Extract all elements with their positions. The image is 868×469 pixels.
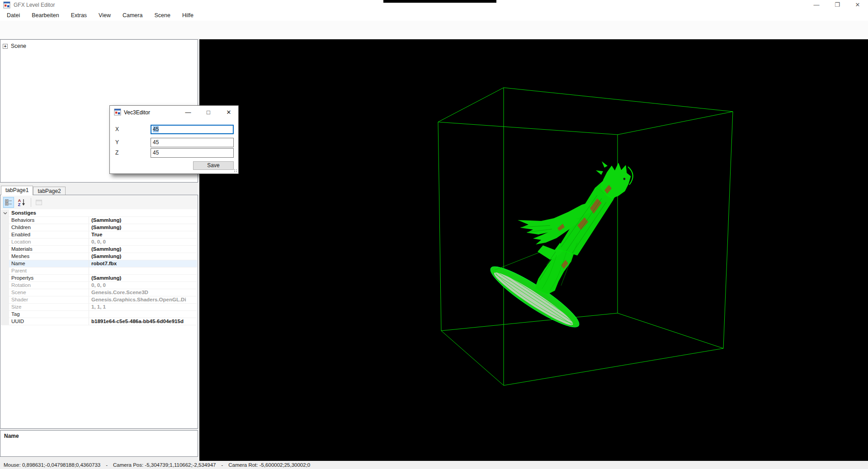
menu-item-datei[interactable]: Datei: [1, 10, 26, 21]
property-row-shader[interactable]: ShaderGenesis.Graphics.Shaders.OpenGL.Di: [1, 296, 197, 304]
field-input-x[interactable]: 45: [151, 125, 234, 134]
minimize-button[interactable]: —: [807, 0, 826, 10]
property-help-title: Name: [4, 433, 198, 439]
field-input-y[interactable]: 45: [151, 138, 234, 147]
row-gutter: [1, 253, 9, 260]
property-row-location[interactable]: Location0, 0, 0: [1, 239, 197, 246]
property-value[interactable]: [89, 267, 197, 274]
tree-expander-icon[interactable]: +: [3, 44, 8, 49]
property-row-parent[interactable]: Parent: [1, 267, 197, 275]
menu-item-bearbeiten[interactable]: Bearbeiten: [26, 10, 65, 21]
property-value[interactable]: True: [89, 231, 197, 238]
menu-item-view[interactable]: View: [93, 10, 117, 21]
robot-model: [485, 161, 633, 335]
tab-tabpage1[interactable]: tabPage1: [1, 186, 33, 195]
tree-node-label: Scene: [11, 43, 26, 49]
alphabetical-sort-icon: A Z: [18, 199, 26, 206]
tree-node-scene[interactable]: + Scene: [3, 43, 198, 49]
property-value[interactable]: (Sammlung): [89, 253, 197, 260]
property-name: Shader: [9, 296, 89, 303]
resize-grip[interactable]: [234, 169, 237, 173]
tab-tabpage2[interactable]: tabPage2: [33, 187, 65, 195]
property-row-children[interactable]: Children(Sammlung): [1, 224, 197, 231]
property-row-uuid[interactable]: UUIDb1891e64-c5e5-486a-bb45-6d04e915d: [1, 318, 197, 325]
property-value[interactable]: robot7.fbx: [89, 260, 197, 267]
toolbar-separator: [31, 198, 31, 207]
property-value[interactable]: 0, 0, 0: [89, 239, 197, 245]
property-value[interactable]: Genesis.Graphics.Shaders.OpenGL.Di: [89, 296, 197, 303]
status-segment: -: [221, 462, 223, 468]
row-gutter: [1, 260, 9, 267]
property-value[interactable]: (Sammlung): [89, 217, 197, 224]
property-name: Parent: [9, 267, 89, 274]
row-gutter: [1, 224, 9, 231]
property-row-enabled[interactable]: EnabledTrue: [1, 231, 197, 239]
menu-item-hilfe[interactable]: Hilfe: [176, 10, 199, 21]
property-row-meshes[interactable]: Meshes(Sammlung): [1, 253, 197, 260]
menu-item-scene[interactable]: Scene: [148, 10, 176, 21]
property-row-behaviors[interactable]: Behaviors(Sammlung): [1, 217, 197, 224]
property-row-rotation[interactable]: Rotation0, 0, 0: [1, 282, 197, 289]
property-name: Propertys: [9, 275, 89, 281]
property-name: Tag: [9, 311, 89, 318]
property-value[interactable]: (Sammlung): [89, 224, 197, 231]
field-value: 45: [153, 150, 159, 156]
vec3editor-dialog: Vec3Editor — □ ✕ X45Y45Z45 Save: [109, 105, 239, 174]
row-gutter: [1, 246, 9, 253]
dialog-app-icon: [114, 108, 121, 116]
dialog-minimize-button[interactable]: —: [181, 106, 195, 119]
property-value[interactable]: (Sammlung): [89, 246, 197, 253]
property-name: Enabled: [9, 231, 89, 238]
dialog-title: Vec3Editor: [124, 109, 150, 116]
property-category-row[interactable]: Sonstiges: [1, 210, 197, 217]
property-value[interactable]: b1891e64-c5e5-486a-bb45-6d04e915d: [89, 318, 197, 325]
property-row-materials[interactable]: Materials(Sammlung): [1, 246, 197, 253]
dialog-close-button[interactable]: ✕: [222, 106, 236, 119]
viewport-3d[interactable]: [199, 39, 868, 461]
tab-strip: tabPage1tabPage2: [1, 186, 66, 195]
menu-item-camera[interactable]: Camera: [117, 10, 148, 21]
status-segment: Camera Pos: -5,304739;1,110662;-2,534947: [113, 462, 216, 468]
row-gutter: [1, 304, 9, 310]
status-segment: Camera Rot: -5,600002;25,30002;0: [228, 462, 310, 468]
property-rows: SonstigesBehaviors(Sammlung)Children(Sam…: [1, 210, 197, 325]
categorized-button[interactable]: [3, 197, 14, 208]
property-value[interactable]: 0, 0, 0: [89, 282, 197, 289]
alphabetical-sort-button[interactable]: A Z: [16, 197, 27, 208]
property-name: Size: [9, 304, 89, 310]
field-input-z[interactable]: 45: [151, 148, 234, 158]
property-name: Rotation: [9, 282, 89, 289]
save-button[interactable]: Save: [193, 161, 234, 170]
property-row-propertys[interactable]: Propertys(Sammlung): [1, 275, 197, 282]
row-gutter: [1, 217, 9, 224]
category-label: Sonstiges: [9, 210, 36, 216]
menu-item-extras[interactable]: Extras: [65, 10, 93, 21]
field-label-z: Z: [115, 150, 118, 156]
dialog-maximize-button[interactable]: □: [201, 106, 216, 119]
row-gutter: [1, 239, 9, 245]
status-segment: Mouse: 0,898631;-0,04798188;0,4360733: [4, 462, 100, 468]
property-value[interactable]: (Sammlung): [89, 275, 197, 281]
property-row-size[interactable]: Size1, 1, 1: [1, 304, 197, 311]
close-button[interactable]: ✕: [849, 0, 867, 10]
dialog-titlebar[interactable]: Vec3Editor — □ ✕: [110, 106, 238, 119]
property-row-tag[interactable]: Tag: [1, 311, 197, 318]
field-value: 45: [153, 139, 159, 145]
property-grid: A Z SonstigesBehaviors(Sammlung)Children…: [0, 195, 198, 429]
row-gutter: [1, 267, 9, 274]
collapse-chevron-icon: [3, 212, 7, 215]
categorized-icon: [5, 199, 12, 206]
property-row-name[interactable]: Namerobot7.fbx: [1, 260, 197, 267]
property-value[interactable]: Genesis.Core.Scene3D: [89, 289, 197, 296]
row-gutter: [1, 296, 9, 303]
property-row-scene[interactable]: SceneGenesis.Core.Scene3D: [1, 289, 197, 296]
row-gutter: [1, 318, 9, 325]
field-label-y: Y: [115, 139, 119, 145]
property-value[interactable]: [89, 311, 197, 318]
property-value[interactable]: 1, 1, 1: [89, 304, 197, 310]
toolbar: BaseLayer LOCROTTOP: [0, 21, 868, 39]
app-icon: [3, 1, 10, 9]
property-help-box: Name: [0, 430, 198, 457]
restore-button[interactable]: ❐: [828, 0, 846, 10]
status-segment: -: [106, 462, 108, 468]
